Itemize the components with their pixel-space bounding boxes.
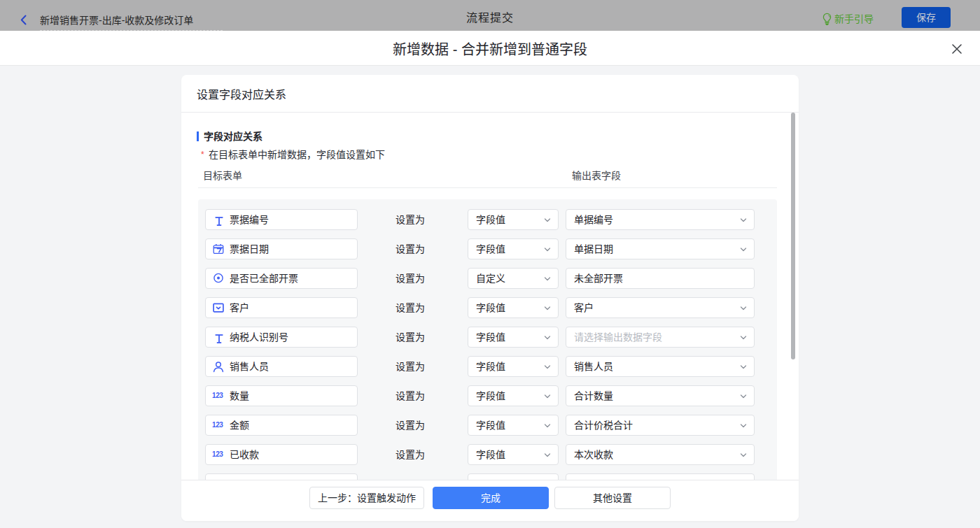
svg-text:123: 123: [212, 450, 223, 458]
svg-text:123: 123: [212, 392, 223, 399]
svg-text:123: 123: [212, 421, 223, 429]
